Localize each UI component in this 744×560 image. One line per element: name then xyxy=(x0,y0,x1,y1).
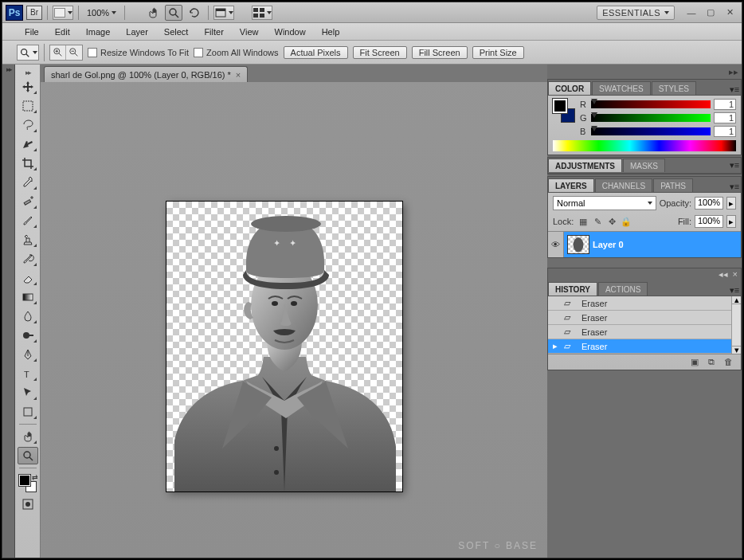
history-row[interactable]: ▱ Eraser xyxy=(548,296,731,311)
fill-screen-button[interactable]: Fill Screen xyxy=(412,46,468,59)
history-brush-tool[interactable] xyxy=(18,250,38,268)
zoom-level-combo[interactable]: 100% xyxy=(84,8,119,18)
quick-selection-tool[interactable] xyxy=(18,135,38,153)
tab-adjustments[interactable]: ADJUSTMENTS xyxy=(548,159,622,172)
zoom-out-button[interactable] xyxy=(66,45,82,60)
panel-collapse-icon[interactable]: ◂◂ xyxy=(719,269,728,280)
menu-edit[interactable]: Edit xyxy=(47,23,78,40)
dodge-tool[interactable] xyxy=(18,327,38,344)
pen-tool[interactable] xyxy=(18,346,38,363)
window-minimize-button[interactable]: — xyxy=(686,7,697,18)
dock-collapse-icon[interactable]: ▸▸ xyxy=(547,65,742,79)
menu-filter[interactable]: Filter xyxy=(196,23,231,40)
menu-select[interactable]: Select xyxy=(156,23,197,40)
history-row[interactable]: ▱ Eraser xyxy=(548,311,731,325)
quick-mask-toggle[interactable] xyxy=(18,495,38,513)
history-row[interactable]: ▱ Eraser xyxy=(548,325,731,339)
crop-tool[interactable] xyxy=(18,155,38,172)
fit-screen-button[interactable]: Fit Screen xyxy=(353,46,407,59)
scrollbar[interactable]: ▴ ▾ xyxy=(731,296,741,354)
g-value-input[interactable]: 1 xyxy=(714,112,736,123)
blend-mode-select[interactable]: Normal xyxy=(553,196,656,210)
type-tool[interactable]: T xyxy=(18,365,38,382)
zoom-tool-quick[interactable] xyxy=(165,5,182,21)
document-tab[interactable]: sharl de Gol.png @ 100% (Layer 0, RGB/16… xyxy=(44,66,248,82)
tab-paths[interactable]: PATHS xyxy=(653,178,693,192)
delete-state-icon[interactable]: 🗑 xyxy=(724,357,733,367)
hand-tool[interactable] xyxy=(18,428,38,445)
tab-color[interactable]: COLOR xyxy=(548,81,591,95)
zoom-tool[interactable] xyxy=(18,447,38,464)
zoom-in-button[interactable] xyxy=(50,45,66,60)
foreground-background-colors[interactable]: ⇄ xyxy=(18,473,38,494)
tab-swatches[interactable]: SWATCHES xyxy=(592,81,651,95)
menu-image[interactable]: Image xyxy=(78,23,119,40)
path-selection-tool[interactable] xyxy=(18,384,38,401)
hand-tool-quick[interactable] xyxy=(144,5,162,21)
current-tool-indicator[interactable] xyxy=(17,45,39,61)
menu-help[interactable]: Help xyxy=(314,23,348,40)
panel-foreground-swatch[interactable] xyxy=(553,99,567,113)
r-value-input[interactable]: 1 xyxy=(714,99,736,110)
history-row-current[interactable]: ▸▱ Eraser xyxy=(548,339,731,354)
eyedropper-tool[interactable] xyxy=(18,174,38,191)
layer-name[interactable]: Layer 0 xyxy=(593,240,624,249)
fill-flyout-icon[interactable]: ▸ xyxy=(726,215,736,228)
move-tool[interactable] xyxy=(18,78,38,96)
panel-menu-icon[interactable]: ▾≡ xyxy=(728,182,741,192)
tab-styles[interactable]: STYLES xyxy=(652,81,696,95)
lasso-tool[interactable] xyxy=(18,116,38,134)
g-slider[interactable] xyxy=(591,114,711,122)
panel-menu-icon[interactable]: ▾≡ xyxy=(728,160,741,170)
b-slider[interactable] xyxy=(591,127,711,135)
new-snapshot-icon[interactable]: ▣ xyxy=(691,357,699,367)
menu-file[interactable]: File xyxy=(17,23,47,40)
brush-tool[interactable] xyxy=(18,212,38,229)
tab-masks[interactable]: MASKS xyxy=(623,159,665,172)
lock-position-icon[interactable]: ✥ xyxy=(605,216,618,227)
arrange-documents-grid-button[interactable] xyxy=(252,6,272,20)
opacity-input[interactable]: 100% xyxy=(695,197,723,210)
tab-actions[interactable]: ACTIONS xyxy=(598,282,648,296)
zoom-all-checkbox-wrap[interactable]: Zoom All Windows xyxy=(194,48,278,57)
foreground-color-swatch[interactable] xyxy=(19,475,30,486)
layer-visibility-toggle[interactable]: 👁 xyxy=(548,232,564,257)
healing-brush-tool[interactable] xyxy=(18,193,38,210)
swap-colors-icon[interactable]: ⇄ xyxy=(32,473,38,481)
layer-thumbnail[interactable] xyxy=(567,235,589,254)
canvas-viewport[interactable]: ✦ ✦ xyxy=(41,82,547,558)
b-value-input[interactable]: 1 xyxy=(714,126,736,137)
opacity-flyout-icon[interactable]: ▸ xyxy=(726,197,736,210)
dock-expand-icon[interactable]: ▸▸ xyxy=(6,65,11,73)
layer-row[interactable]: 👁 Layer 0 xyxy=(548,232,741,257)
toolbox-collapse-icon[interactable]: ▸▸ xyxy=(25,68,30,76)
eraser-tool[interactable] xyxy=(18,269,38,287)
window-close-button[interactable]: ✕ xyxy=(724,7,735,18)
screen-mode-button[interactable] xyxy=(213,6,234,20)
bridge-launch-button[interactable]: Br xyxy=(26,6,42,20)
close-tab-icon[interactable]: × xyxy=(236,70,241,80)
arrange-documents-button[interactable] xyxy=(53,6,73,20)
workspace-switcher[interactable]: ESSENTIALS xyxy=(597,6,675,20)
print-size-button[interactable]: Print Size xyxy=(472,46,524,59)
menu-view[interactable]: View xyxy=(232,23,267,40)
window-maximize-button[interactable]: ▢ xyxy=(705,7,716,18)
color-spectrum-bar[interactable] xyxy=(553,140,736,151)
tab-layers[interactable]: LAYERS xyxy=(548,178,594,192)
color-panel-swatches[interactable] xyxy=(553,99,575,123)
actual-pixels-button[interactable]: Actual Pixels xyxy=(284,46,348,59)
panel-menu-icon[interactable]: ▾≡ xyxy=(728,84,741,95)
clone-stamp-tool[interactable] xyxy=(18,231,38,249)
menu-layer[interactable]: Layer xyxy=(118,23,156,40)
lock-transparency-icon[interactable]: ▦ xyxy=(577,216,589,227)
document-canvas[interactable]: ✦ ✦ xyxy=(166,202,402,491)
shape-tool[interactable] xyxy=(18,403,38,421)
tab-channels[interactable]: CHANNELS xyxy=(595,178,652,192)
fill-input[interactable]: 100% xyxy=(695,215,723,228)
lock-all-icon[interactable]: 🔒 xyxy=(620,216,632,227)
blur-tool[interactable] xyxy=(18,307,38,325)
rotate-view-quick[interactable] xyxy=(186,5,203,21)
marquee-tool[interactable] xyxy=(18,97,38,115)
lock-pixels-icon[interactable]: ✎ xyxy=(591,216,604,227)
tab-history[interactable]: HISTORY xyxy=(548,282,597,296)
